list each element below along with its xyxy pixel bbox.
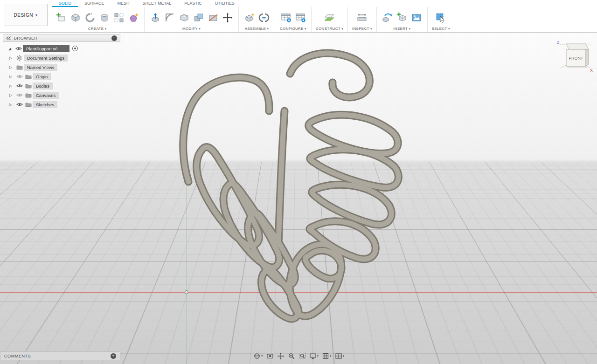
group-modify: MODIFY [145, 7, 239, 32]
browser-tree: ◢ PlantSupport v6 ▷ Document Settings ▷ [3, 42, 120, 109]
browser-collapse-button[interactable]: − [111, 35, 117, 41]
grid-caret-icon[interactable]: ▾ [330, 354, 332, 358]
viewcube-top-face[interactable] [566, 44, 589, 49]
shell-icon[interactable] [178, 11, 191, 25]
configure-dropdown[interactable]: CONFIGURE [280, 27, 306, 31]
browser-row-document-settings[interactable]: ▷ Document Settings [3, 53, 120, 62]
construct-dropdown[interactable]: CONSTRUCT [316, 27, 343, 31]
comments-bar[interactable]: COMMENTS + [0, 351, 120, 360]
viewcube-right-face[interactable] [586, 49, 589, 66]
tab-surface[interactable]: SURFACE [78, 0, 111, 7]
modify-dropdown[interactable]: MODIFY [182, 27, 201, 31]
group-assemble: ASSEMBLE [239, 7, 275, 32]
configuration-table-icon[interactable] [279, 11, 292, 25]
folder-icon [24, 74, 33, 79]
insert-mesh-icon[interactable] [396, 11, 409, 25]
split-body-icon[interactable] [207, 11, 220, 25]
derive-icon[interactable] [381, 11, 394, 25]
add-comment-button[interactable]: + [111, 353, 116, 359]
ribbon-tabs: SOLID SURFACE MESH SHEET METAL PLASTIC U… [52, 0, 241, 7]
insert-configuration-icon[interactable] [294, 11, 307, 25]
revolve-icon[interactable] [83, 11, 97, 25]
box-icon[interactable] [69, 11, 82, 25]
assemble-dropdown[interactable]: ASSEMBLE [245, 27, 269, 31]
browser-panel: BROWSER − ◢ PlantSupport v6 ▷ Document S… [3, 34, 120, 109]
browser-row-named-views[interactable]: ▷ Named Views [3, 62, 120, 72]
move-copy-icon[interactable] [221, 11, 234, 25]
grid-and-snaps-icon[interactable]: ▾ [321, 351, 333, 361]
expand-icon[interactable]: ▷ [9, 84, 15, 88]
combine-icon[interactable] [192, 11, 205, 25]
item-label[interactable]: Named Views [24, 64, 57, 71]
new-component-icon[interactable] [243, 11, 256, 25]
zoom-icon[interactable] [287, 351, 296, 361]
expand-icon[interactable]: ▷ [9, 75, 15, 79]
tab-solid[interactable]: SOLID [52, 0, 78, 7]
viewcube-x-axis-label: X [590, 68, 593, 73]
display-settings-icon[interactable]: ▾ [308, 351, 320, 361]
browser-row-sketches[interactable]: ▷ Sketches [3, 100, 120, 109]
visibility-eye-icon[interactable] [15, 74, 24, 79]
measure-icon[interactable] [355, 11, 368, 25]
group-construct: CONSTRUCT [312, 7, 348, 32]
expand-icon[interactable]: ▷ [9, 56, 15, 60]
offset-plane-icon[interactable] [323, 11, 336, 25]
browser-row-canvases[interactable]: ▷ Canvases [3, 90, 120, 100]
item-label[interactable]: Origin [33, 73, 51, 80]
folder-icon [24, 93, 33, 98]
select-window-icon[interactable] [434, 11, 447, 25]
cylinder-icon[interactable] [98, 11, 111, 25]
browser-row-root[interactable]: ◢ PlantSupport v6 [3, 44, 120, 53]
browser-header: BROWSER − [3, 34, 120, 42]
display-settings-caret-icon[interactable]: ▾ [317, 354, 319, 358]
activate-component-radio[interactable] [72, 46, 78, 51]
viewcube[interactable]: FRONT Z X [554, 38, 594, 76]
browser-row-bodies[interactable]: ▷ Bodies [3, 81, 120, 90]
expand-icon[interactable]: ▷ [9, 103, 15, 107]
browser-row-origin[interactable]: ▷ Origin [3, 72, 120, 81]
collapse-panel-icon[interactable] [6, 36, 11, 40]
ribbon-groups: CREATE MODIFY ASSEMBLE [50, 7, 454, 32]
root-expand-icon[interactable]: ◢ [8, 47, 14, 51]
orbit-caret-icon[interactable]: ▾ [261, 354, 263, 358]
viewcube-z-axis-label: Z [557, 40, 560, 45]
select-dropdown[interactable]: SELECT [432, 27, 450, 31]
create-form-icon[interactable] [127, 11, 140, 25]
press-pull-icon[interactable] [149, 11, 162, 25]
item-label[interactable]: Sketches [33, 101, 57, 108]
look-at-icon[interactable] [265, 351, 275, 361]
folder-icon [24, 83, 33, 89]
visibility-eye-icon[interactable] [15, 93, 24, 97]
canvas-icon[interactable] [410, 11, 423, 25]
joint-icon[interactable] [257, 11, 271, 25]
expand-icon[interactable]: ▷ [9, 65, 15, 69]
viewports-icon[interactable]: ▾ [334, 351, 346, 361]
tab-sheet-metal[interactable]: SHEET METAL [136, 0, 178, 7]
viewcube-front-label: FRONT [569, 56, 583, 61]
group-inspect: INSPECT [348, 7, 377, 32]
rectangular-pattern-icon[interactable] [112, 11, 125, 25]
fit-icon[interactable] [298, 351, 307, 361]
group-configure: CONFIGURE [275, 7, 312, 32]
pan-icon[interactable] [276, 351, 285, 361]
gear-icon [15, 55, 24, 61]
tab-mesh[interactable]: MESH [111, 0, 136, 7]
root-component-label[interactable]: PlantSupport v6 [23, 45, 69, 52]
create-sketch-icon[interactable] [55, 11, 68, 25]
visibility-eye-icon[interactable] [15, 83, 24, 88]
insert-dropdown[interactable]: INSERT [393, 27, 410, 31]
inspect-dropdown[interactable]: INSPECT [352, 27, 372, 31]
expand-icon[interactable]: ▷ [9, 93, 15, 97]
item-label[interactable]: Bodies [33, 82, 53, 89]
root-visibility-eye-icon[interactable] [14, 46, 23, 51]
orbit-icon[interactable]: ▾ [252, 351, 264, 361]
item-label[interactable]: Document Settings [24, 55, 68, 62]
fillet-icon[interactable] [163, 11, 176, 25]
create-dropdown[interactable]: CREATE [88, 27, 107, 31]
tab-plastic[interactable]: PLASTIC [178, 0, 208, 7]
item-label[interactable]: Canvases [33, 92, 59, 99]
visibility-eye-icon[interactable] [15, 102, 24, 107]
viewports-caret-icon[interactable]: ▾ [343, 354, 345, 358]
workspace-switcher[interactable]: DESIGN [4, 4, 48, 26]
tab-utilities[interactable]: UTILITIES [208, 0, 241, 7]
